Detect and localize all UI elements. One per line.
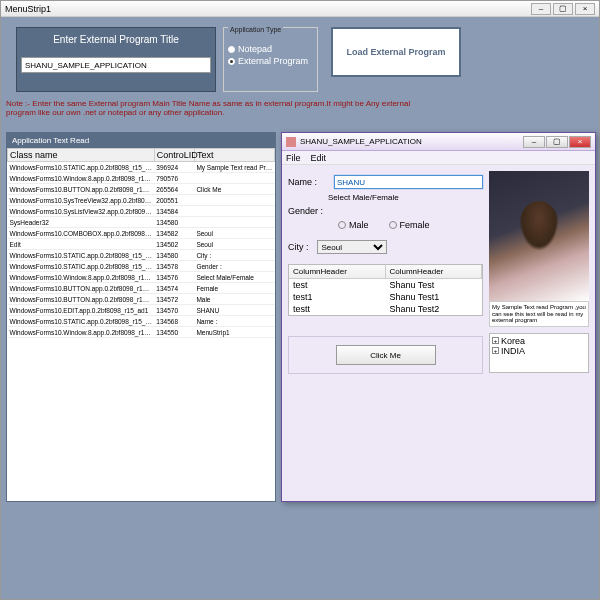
- app-type-legend: Application Type: [228, 26, 283, 33]
- name-input[interactable]: [334, 175, 483, 189]
- person-photo: [489, 171, 589, 301]
- application-text-read-panel: Application Text Read Class name ControL…: [6, 132, 276, 502]
- click-me-button[interactable]: Click Me: [336, 345, 436, 365]
- menu-file[interactable]: File: [286, 153, 301, 163]
- tree-item-korea[interactable]: +Korea: [492, 336, 586, 346]
- minimize-button[interactable]: –: [531, 3, 551, 15]
- notepad-option[interactable]: Notepad: [228, 44, 313, 54]
- external-program-option[interactable]: External Program: [228, 56, 313, 66]
- popup-menubar: File Edit: [282, 151, 595, 165]
- table-row[interactable]: WindowsForms10.BUTTON.app.0.2bf8098_r15_…: [8, 294, 275, 305]
- program-title-input[interactable]: [21, 57, 211, 73]
- city-select[interactable]: Seoul: [317, 240, 387, 254]
- grid-header: Application Text Read: [7, 133, 275, 148]
- enter-title-header: Enter External Program Title: [21, 32, 211, 47]
- photo-caption: My Sample Text read Program ,you can see…: [489, 301, 589, 327]
- table-row[interactable]: WindowsForms10.Window.8.app.0.2bf8098_r1…: [8, 173, 275, 184]
- note-text: Note :- Enter the same External program …: [6, 99, 436, 117]
- table-row[interactable]: WindowsForms10.Window.8.app.0.2bf8098_r1…: [8, 327, 275, 338]
- popup-titlebar: SHANU_SAMPLE_APPLICATION – ▢ ×: [282, 133, 595, 151]
- popup-title: SHANU_SAMPLE_APPLICATION: [300, 137, 422, 146]
- application-type-group: Application Type Notepad External Progra…: [223, 27, 318, 92]
- listview[interactable]: ColumnHeader ColumnHeader testShanu Test…: [288, 264, 483, 316]
- col-text[interactable]: Text: [194, 149, 274, 162]
- select-gender-label: Select Male/Female: [328, 193, 483, 202]
- table-row[interactable]: WindowsForms10.BUTTON.app.0.2bf8098_r15_…: [8, 283, 275, 294]
- app-icon: [286, 137, 296, 147]
- male-option[interactable]: Male: [338, 220, 369, 230]
- lv-col1[interactable]: ColumnHeader: [289, 265, 386, 278]
- controls-grid[interactable]: Class name ControLID Text WindowsForms10…: [7, 148, 275, 338]
- col-classname[interactable]: Class name: [8, 149, 155, 162]
- table-row[interactable]: SysHeader32134580: [8, 217, 275, 228]
- col-controlid[interactable]: ControLID: [154, 149, 194, 162]
- table-row[interactable]: Edit134502Seoul: [8, 239, 275, 250]
- table-row[interactable]: WindowsForms10.SysListView32.app.0.2bf80…: [8, 206, 275, 217]
- tree-item-india[interactable]: +INDIA: [492, 346, 586, 356]
- maximize-button[interactable]: ▢: [553, 3, 573, 15]
- main-title: MenuStrip1: [5, 4, 51, 14]
- main-titlebar: MenuStrip1 – ▢ ×: [1, 1, 599, 17]
- list-item[interactable]: testtShanu Test2: [289, 303, 482, 315]
- female-option[interactable]: Female: [389, 220, 430, 230]
- table-row[interactable]: WindowsForms10.SysTreeView32.app.0.2bf80…: [8, 195, 275, 206]
- table-row[interactable]: WindowsForms10.STATIC.app.0.2bf8098_r15_…: [8, 316, 275, 327]
- load-external-program-button[interactable]: Load External Program: [331, 27, 461, 77]
- table-row[interactable]: WindowsForms10.Window.8.app.0.2bf8098_r1…: [8, 272, 275, 283]
- table-row[interactable]: WindowsForms10.COMBOBOX.app.0.2bf8098_r1…: [8, 228, 275, 239]
- enter-title-panel: Enter External Program Title: [16, 27, 216, 92]
- list-item[interactable]: testShanu Test: [289, 279, 482, 291]
- popup-maximize-button[interactable]: ▢: [546, 136, 568, 148]
- table-row[interactable]: WindowsForms10.STATIC.app.0.2bf8098_r15_…: [8, 261, 275, 272]
- city-label: City :: [288, 242, 309, 252]
- form-area: Name : Select Male/Female Gender : Male …: [288, 171, 483, 374]
- sample-app-window: SHANU_SAMPLE_APPLICATION – ▢ × File Edit…: [281, 132, 596, 502]
- name-label: Name :: [288, 177, 328, 187]
- menu-edit[interactable]: Edit: [311, 153, 327, 163]
- clickme-container: Click Me: [288, 336, 483, 374]
- popup-minimize-button[interactable]: –: [523, 136, 545, 148]
- lv-col2[interactable]: ColumnHeader: [386, 265, 483, 278]
- gender-label: Gender :: [288, 206, 328, 216]
- table-row[interactable]: WindowsForms10.STATIC.app.0.2bf8098_r15_…: [8, 162, 275, 173]
- table-row[interactable]: WindowsForms10.BUTTON.app.0.2bf8098_r15_…: [8, 184, 275, 195]
- table-row[interactable]: WindowsForms10.EDIT.app.0.2bf8098_r15_ad…: [8, 305, 275, 316]
- table-row[interactable]: WindowsForms10.STATIC.app.0.2bf8098_r15_…: [8, 250, 275, 261]
- list-item[interactable]: test1Shanu Test1: [289, 291, 482, 303]
- country-tree[interactable]: +Korea +INDIA: [489, 333, 589, 373]
- popup-close-button[interactable]: ×: [569, 136, 591, 148]
- close-button[interactable]: ×: [575, 3, 595, 15]
- main-window: MenuStrip1 – ▢ × Enter External Program …: [0, 0, 600, 600]
